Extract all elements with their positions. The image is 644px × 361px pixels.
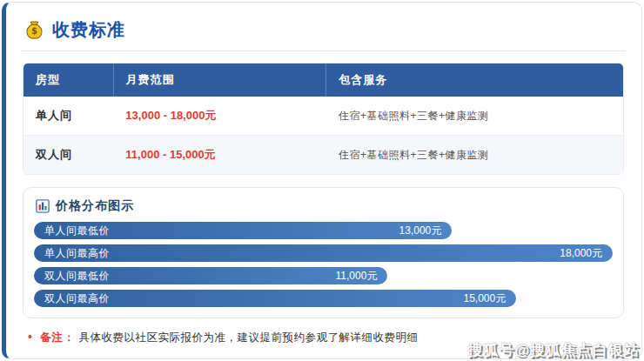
room-type-cell: 单人间: [23, 97, 113, 136]
fee-range-cell: 11,000 - 15,000元: [113, 136, 326, 175]
bar-label: 单人间最低价: [44, 224, 110, 238]
services-cell: 住宿+基础照料+三餐+健康监测: [326, 136, 623, 175]
fee-standard-card: $ 收费标准 房型 月费范围 包含服务 单人间 13,000 - 18,000元…: [2, 2, 642, 359]
chart-title: 价格分布图示: [56, 198, 134, 214]
price-bar-row: 单人间最低价 13,000元: [34, 222, 613, 239]
bar-chart-icon: [36, 199, 50, 213]
bar-value: 13,000元: [399, 224, 442, 238]
fee-table: 房型 月费范围 包含服务 单人间 13,000 - 18,000元 住宿+基础照…: [23, 63, 624, 175]
bar-value: 18,000元: [560, 246, 602, 261]
money-bag-icon: $: [24, 20, 44, 40]
note-text: 具体收费以社区实际报价为准，建议提前预约参观了解详细收费明细: [78, 331, 418, 345]
price-bar-row: 双人间最低价 11,000元: [34, 267, 613, 284]
header-cell-room-type: 房型: [23, 64, 113, 97]
price-bar-double-max: 双人间最高价 15,000元: [34, 290, 516, 307]
bar-label: 单人间最高价: [44, 246, 110, 261]
svg-text:$: $: [31, 26, 37, 36]
price-bar-row: 单人间最高价 18,000元: [34, 244, 613, 262]
bar-label: 双人间最低价: [44, 269, 110, 284]
table-row-single-room: 单人间 13,000 - 18,000元 住宿+基础照料+三餐+健康监测: [23, 97, 623, 136]
services-cell: 住宿+基础照料+三餐+健康监测: [326, 97, 623, 136]
bar-value: 15,000元: [463, 291, 506, 306]
price-bar-single-min: 单人间最低价 13,000元: [34, 222, 452, 239]
table-row-double-room: 双人间 11,000 - 15,000元 住宿+基础照料+三餐+健康监测: [23, 136, 623, 175]
table-header-row: 房型 月费范围 包含服务: [23, 64, 623, 97]
chart-title-row: 价格分布图示: [36, 198, 613, 214]
bar-label: 双人间最高价: [44, 291, 110, 306]
note-label: 备注：: [40, 331, 76, 345]
title-divider: [21, 50, 626, 51]
bar-value: 11,000元: [336, 269, 378, 284]
fee-range-cell: 13,000 - 18,000元: [113, 97, 326, 136]
card-header: $ 收费标准: [24, 18, 626, 42]
header-cell-fee-range: 月费范围: [113, 64, 326, 97]
header-cell-services: 包含服务: [326, 64, 623, 97]
price-bar-double-min: 双人间最低价 11,000元: [34, 267, 387, 284]
page-title: 收费标准: [52, 18, 125, 42]
room-type-cell: 双人间: [23, 136, 113, 175]
sohu-watermark: 搜狐号@搜狐焦点白银站: [467, 340, 640, 360]
price-bar-row: 双人间最高价 15,000元: [34, 290, 613, 307]
note-bullet-icon: •: [28, 330, 32, 344]
price-distribution-chart: 价格分布图示 单人间最低价 13,000元 单人间最高价 18,000元 双人间…: [23, 187, 624, 318]
price-bar-single-max: 单人间最高价 18,000元: [34, 244, 613, 262]
